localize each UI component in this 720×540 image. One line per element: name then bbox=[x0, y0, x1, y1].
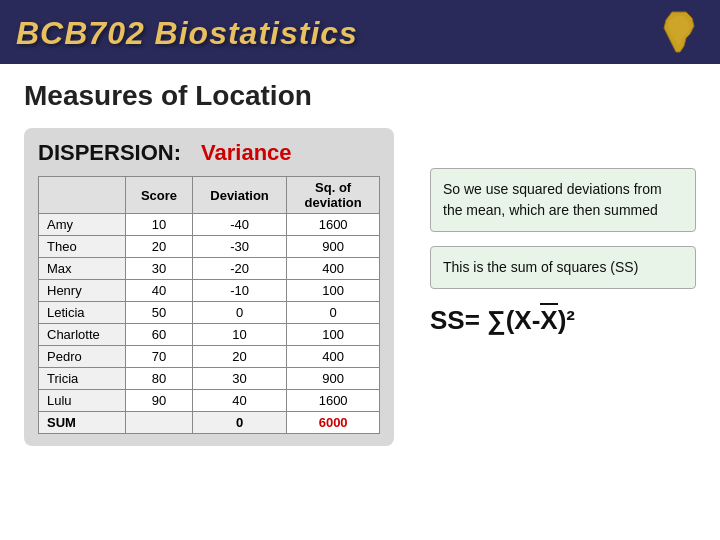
cell-deviation: 20 bbox=[192, 346, 287, 368]
cell-deviation: 30 bbox=[192, 368, 287, 390]
cell-deviation: -20 bbox=[192, 258, 287, 280]
col-header-name bbox=[39, 177, 126, 214]
cell-score: 80 bbox=[126, 368, 193, 390]
cell-sq-deviation: 900 bbox=[287, 236, 380, 258]
cell-score: 40 bbox=[126, 280, 193, 302]
cell-deviation: -30 bbox=[192, 236, 287, 258]
table-row: Henry40-10100 bbox=[39, 280, 380, 302]
cell-score: 70 bbox=[126, 346, 193, 368]
table-row: SUM06000 bbox=[39, 412, 380, 434]
dispersion-header: DISPERSION: Variance bbox=[38, 140, 380, 166]
col-header-deviation: Deviation bbox=[192, 177, 287, 214]
cell-sq-deviation: 1600 bbox=[287, 390, 380, 412]
dispersion-label: DISPERSION: bbox=[38, 140, 181, 166]
cell-sq-deviation: 400 bbox=[287, 258, 380, 280]
table-body: Amy10-401600Theo20-30900Max30-20400Henry… bbox=[39, 214, 380, 434]
cell-name: SUM bbox=[39, 412, 126, 434]
cell-sq-deviation: 6000 bbox=[287, 412, 380, 434]
cell-name: Leticia bbox=[39, 302, 126, 324]
table-row: Max30-20400 bbox=[39, 258, 380, 280]
cell-deviation: 40 bbox=[192, 390, 287, 412]
cell-name: Tricia bbox=[39, 368, 126, 390]
cell-deviation: 0 bbox=[192, 412, 287, 434]
cell-score: 60 bbox=[126, 324, 193, 346]
cell-deviation: 10 bbox=[192, 324, 287, 346]
table-row: Charlotte6010100 bbox=[39, 324, 380, 346]
cell-sq-deviation: 1600 bbox=[287, 214, 380, 236]
cell-name: Theo bbox=[39, 236, 126, 258]
explanation-box-1: So we use squared deviations from the me… bbox=[430, 168, 696, 232]
ss-label: SS= ∑(X-X)² bbox=[430, 303, 575, 336]
cell-name: Lulu bbox=[39, 390, 126, 412]
cell-score: 20 bbox=[126, 236, 193, 258]
cell-name: Pedro bbox=[39, 346, 126, 368]
cell-deviation: 0 bbox=[192, 302, 287, 324]
table-header-row: Score Deviation Sq. ofdeviation bbox=[39, 177, 380, 214]
table-row: Leticia5000 bbox=[39, 302, 380, 324]
cell-name: Henry bbox=[39, 280, 126, 302]
cell-name: Amy bbox=[39, 214, 126, 236]
cell-deviation: -10 bbox=[192, 280, 287, 302]
explanation-box-2: This is the sum of squares (SS) bbox=[430, 246, 696, 289]
cell-sq-deviation: 400 bbox=[287, 346, 380, 368]
cell-name: Max bbox=[39, 258, 126, 280]
cell-sq-deviation: 100 bbox=[287, 280, 380, 302]
cell-sq-deviation: 900 bbox=[287, 368, 380, 390]
app-title: BCB702 Biostatistics bbox=[16, 15, 358, 52]
main-content: Measures of Location DISPERSION: Varianc… bbox=[0, 64, 720, 458]
table-row: Theo20-30900 bbox=[39, 236, 380, 258]
cell-score: 90 bbox=[126, 390, 193, 412]
cell-sq-deviation: 0 bbox=[287, 302, 380, 324]
top-banner: BCB702 Biostatistics bbox=[0, 0, 720, 64]
cell-score bbox=[126, 412, 193, 434]
ss-formula: SS= ∑(X-X)² bbox=[430, 303, 696, 336]
right-content: So we use squared deviations from the me… bbox=[414, 128, 696, 336]
variance-label: Variance bbox=[201, 140, 292, 166]
col-header-score: Score bbox=[126, 177, 193, 214]
cell-deviation: -40 bbox=[192, 214, 287, 236]
cell-name: Charlotte bbox=[39, 324, 126, 346]
col-header-sq-deviation: Sq. ofdeviation bbox=[287, 177, 380, 214]
data-table: Score Deviation Sq. ofdeviation Amy10-40… bbox=[38, 176, 380, 434]
table-row: Lulu90401600 bbox=[39, 390, 380, 412]
table-row: Pedro7020400 bbox=[39, 346, 380, 368]
cell-score: 50 bbox=[126, 302, 193, 324]
dispersion-area: DISPERSION: Variance Score Deviation Sq.… bbox=[24, 128, 394, 446]
cell-score: 10 bbox=[126, 214, 193, 236]
africa-icon bbox=[654, 8, 704, 58]
table-row: Amy10-401600 bbox=[39, 214, 380, 236]
cell-score: 30 bbox=[126, 258, 193, 280]
page-title: Measures of Location bbox=[24, 80, 696, 112]
cell-sq-deviation: 100 bbox=[287, 324, 380, 346]
table-row: Tricia8030900 bbox=[39, 368, 380, 390]
slide: BCB702 Biostatistics Measures of Locatio… bbox=[0, 0, 720, 540]
